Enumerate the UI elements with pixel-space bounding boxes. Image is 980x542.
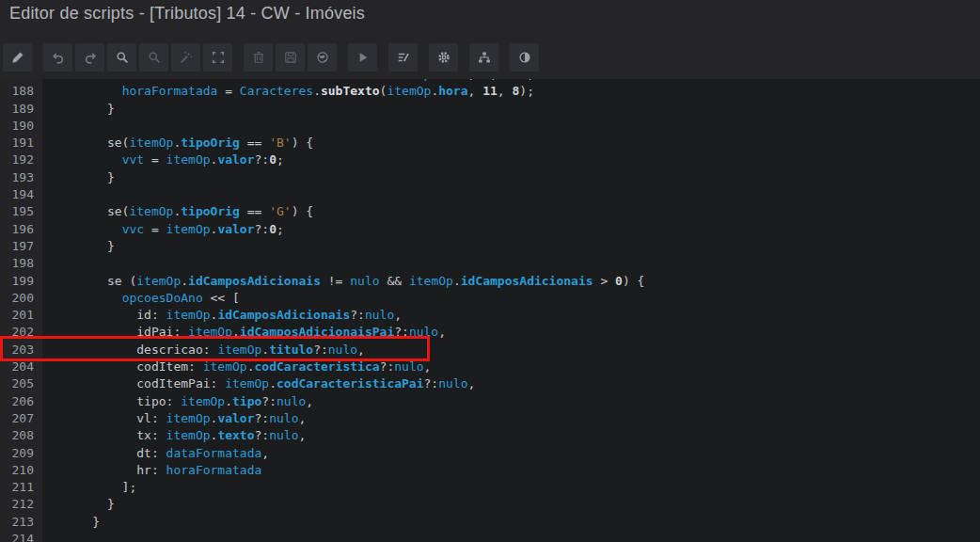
code-line[interactable]: 211 ];	[0, 479, 980, 496]
line-number: 190	[0, 118, 42, 135]
code-line-content	[42, 255, 63, 272]
line-number: 189	[0, 101, 42, 118]
code-line[interactable]: 202 idPai: itemOp.idCamposAdicionaisPai?…	[0, 324, 980, 341]
code-line[interactable]: 206 tipo: itemOp.tipo?:nulo,	[0, 393, 980, 410]
line-number: 191	[0, 135, 42, 151]
magnifier-icon	[148, 51, 161, 64]
line-number: 211	[0, 479, 42, 496]
code-line[interactable]: 212 }	[0, 496, 980, 513]
code-line-content: tipo: itemOp.tipo?:nulo,	[42, 393, 313, 410]
code-line-content: }	[42, 496, 115, 513]
code-line[interactable]: 200 opcoesDoAno << [	[0, 290, 980, 307]
code-line-content: vl: itemOp.valor?:nulo,	[42, 410, 306, 427]
line-number: 200	[0, 290, 42, 307]
delete-button[interactable]	[244, 43, 273, 72]
line-number: 195	[0, 203, 42, 220]
code-line[interactable]: 191 se(itemOp.tipoOrig == 'B') {	[0, 135, 980, 151]
expand-icon	[212, 51, 225, 64]
code-line[interactable]: 201 id: itemOp.idCamposAdicionais?:nulo,	[0, 307, 980, 324]
trash-icon	[252, 51, 265, 64]
line-number: 193	[0, 169, 42, 186]
line-number: 197	[0, 238, 42, 255]
code-line-content: hr: horaFormatada	[42, 462, 261, 479]
redo-icon	[84, 51, 97, 64]
code-line-content: }	[42, 169, 115, 186]
code-line-content: vvc = itemOp.valor?:0;	[42, 221, 284, 238]
code-line[interactable]: 192 vvt = itemOp.valor?:0;	[0, 151, 980, 168]
window-title: Editor de scripts - [Tributos] 14 - CW -…	[9, 4, 365, 24]
code-line[interactable]: 194	[0, 186, 980, 203]
line-number: 194	[0, 186, 42, 203]
code-line-content: descricao: itemOp.titulo?:nulo,	[42, 342, 365, 359]
code-line-content: se(itemOp.tipoOrig == 'G') {	[42, 203, 313, 220]
code-line-content: horaFormatada = Caracteres.subTexto(item…	[42, 83, 534, 100]
search-button[interactable]	[107, 43, 136, 72]
code-line-content: idPai: itemOp.idCamposAdicionaisPai?:nul…	[42, 324, 446, 341]
globe-button[interactable]	[308, 43, 337, 72]
code-line[interactable]: 213 }	[0, 514, 980, 531]
edit-list-button[interactable]	[388, 43, 418, 72]
code-line[interactable]: 210 hr: horaFormatada	[0, 462, 980, 479]
line-number: 202	[0, 324, 42, 341]
hierarchy-button[interactable]	[469, 43, 498, 72]
line-number: 205	[0, 375, 42, 392]
code-line-content: }	[42, 514, 100, 531]
line-number: 214	[0, 531, 42, 542]
contrast-icon	[518, 51, 531, 64]
line-number: 201	[0, 307, 42, 324]
save-button[interactable]	[276, 43, 305, 72]
code-area[interactable]: 187 dataFormatada = Caracteres.subTexto(…	[0, 79, 980, 542]
code-line[interactable]: 195 se(itemOp.tipoOrig == 'G') {	[0, 203, 980, 220]
line-number: 198	[0, 255, 42, 272]
line-number: 196	[0, 221, 42, 238]
code-line[interactable]: 209 dt: dataFormatada,	[0, 445, 980, 462]
line-number: 212	[0, 496, 42, 513]
play-icon	[356, 51, 370, 64]
line-number: 203	[0, 342, 42, 359]
code-line[interactable]: 198	[0, 255, 980, 272]
format-button[interactable]	[171, 43, 200, 72]
code-line-content: }	[42, 101, 115, 118]
sitemap-icon	[478, 51, 491, 64]
line-number: 207	[0, 410, 42, 427]
window-header: Editor de scripts - [Tributos] 14 - CW -…	[0, 0, 980, 79]
globe-icon	[316, 51, 329, 64]
line-number: 209	[0, 445, 42, 462]
line-number: 210	[0, 462, 42, 479]
line-number: 199	[0, 273, 42, 290]
code-line[interactable]: 199 se (itemOp.idCamposAdicionais != nul…	[0, 273, 980, 290]
code-line[interactable]: 193 }	[0, 169, 980, 186]
redo-button[interactable]	[75, 43, 104, 72]
code-line-content: }	[42, 238, 115, 255]
code-line[interactable]: 207 vl: itemOp.valor?:nulo,	[0, 410, 980, 427]
line-number: 204	[0, 359, 42, 375]
code-line-content	[42, 186, 63, 203]
code-line[interactable]: 203 descricao: itemOp.titulo?:nulo,	[0, 342, 980, 359]
code-line[interactable]: 208 tx: itemOp.texto?:nulo,	[0, 427, 980, 444]
settings-button[interactable]	[429, 43, 458, 72]
code-line[interactable]: 196 vvc = itemOp.valor?:0;	[0, 221, 980, 238]
edit-button[interactable]	[3, 43, 32, 72]
code-line[interactable]: 205 codItemPai: itemOp.codCaracteristica…	[0, 375, 980, 392]
code-line-content: codItemPai: itemOp.codCaracteristicaPai?…	[42, 375, 475, 392]
search-secondary-button[interactable]	[139, 43, 168, 72]
run-button[interactable]	[348, 43, 377, 72]
code-line[interactable]: 188 horaFormatada = Caracteres.subTexto(…	[0, 83, 980, 100]
code-line[interactable]: 197 }	[0, 238, 980, 255]
code-line[interactable]: 214	[0, 531, 980, 542]
script-editor[interactable]: 187 dataFormatada = Caracteres.subTexto(…	[0, 79, 980, 542]
code-line[interactable]: 190	[0, 118, 980, 135]
code-line[interactable]: 189 }	[0, 101, 980, 118]
undo-icon	[52, 51, 65, 64]
line-number: 192	[0, 151, 42, 168]
floppy-icon	[284, 51, 297, 64]
undo-button[interactable]	[43, 43, 72, 72]
line-number: 206	[0, 393, 42, 410]
fullscreen-button[interactable]	[203, 43, 232, 72]
code-line-content: codItem: itemOp.codCaracteristica?:nulo,	[42, 359, 431, 375]
theme-button[interactable]	[510, 43, 539, 72]
magnifier-icon	[116, 51, 129, 64]
code-line[interactable]: 204 codItem: itemOp.codCaracteristica?:n…	[0, 359, 980, 375]
code-line-content: se(itemOp.tipoOrig == 'B') {	[42, 135, 313, 151]
code-line-content: se (itemOp.idCamposAdicionais != nulo &&…	[42, 273, 644, 290]
